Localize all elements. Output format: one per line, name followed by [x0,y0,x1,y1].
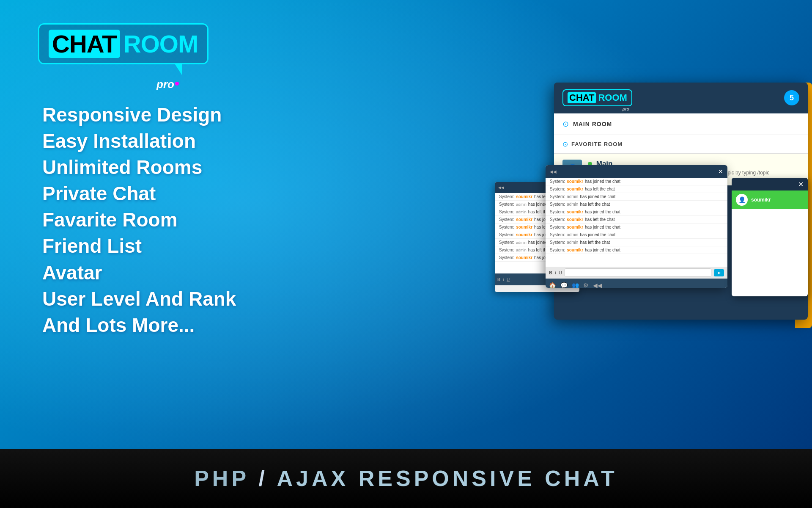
private-user-avatar: 👤 [736,194,748,206]
chat-header-room: ROOM [598,92,627,103]
small-chat-title: ◀◀ [550,169,557,174]
chat-msg-row: System: soumikr has joined the chat [546,246,727,254]
logo-box: CHAT ROOM [38,23,208,64]
chat-msg-row: System: admin has joined the chat [546,231,727,239]
chat-badge: 5 [784,90,799,105]
toolbar-format-b[interactable]: B [549,270,552,275]
bottom-back-icon[interactable]: ◀◀ [593,282,602,288]
favorite-room-label: FAVORITE ROOM [571,141,623,147]
feature-private-chat: Private Chat [42,180,236,207]
feature-lots-more: And Lots More... [42,312,236,338]
small-chat-toolbar: B I U ➤ [546,267,727,279]
feature-unlimited-rooms: Unlimited Rooms [42,154,236,180]
logo-pro-dot [175,82,179,86]
feature-responsive: Responsive Design [42,102,236,128]
small-chat-bottom-bar: 🏠 💬 👥 ⚙ ◀◀ [546,279,727,288]
msg-text: has joined the chat [585,179,620,184]
logo-room-text: ROOM [123,30,198,58]
fav-arrow-icon: ⊙ [562,140,568,148]
chat-header: CHAT ROOM pro 5 [554,83,808,113]
toolbar-format-i[interactable]: I [555,270,556,275]
main-room-item[interactable]: ⊙ MAIN ROOM [554,113,808,135]
private-user-row: 👤 soumikr [732,190,808,209]
feature-user-level: User Level And Rank [42,286,236,312]
bottom-home-icon[interactable]: 🏠 [549,282,556,288]
bottom-settings-icon[interactable]: ⚙ [583,282,589,288]
logo-speech-tail [174,63,182,75]
feature-favorite-room: Favarite Room [42,207,236,233]
bottom-ajax-text: AJAX RESPONSIVE CHAT [277,466,618,491]
private-chat-header: ✕ [732,178,808,190]
chat-msg-row: System: admin has joined the chat [546,193,727,201]
chat-msg-row: System: soumikr has left the chat [546,216,727,224]
msg-user: soumikr [567,179,583,184]
chat-send-button[interactable]: ➤ [714,269,724,276]
main-room-arrow: ⊙ [562,119,569,129]
private-chat-panel: ✕ 👤 soumikr [732,178,808,296]
bottom-php-text: PHP [194,466,249,491]
tiny-format-b[interactable]: B [497,277,500,282]
msg-system: System: [550,179,565,184]
chat-msg-row: System: admin has left the chat [546,201,727,208]
small-chat-body: System: soumikr has joined the chat Syst… [546,178,727,267]
chat-msg-row: System: soumikr has left the chat [546,185,727,193]
feature-avatar: Avatar [42,260,236,286]
chat-msg-row: System: admin has left the chat [546,239,727,246]
chat-header-chat: CHAT [568,92,596,103]
small-chat-overlay: ◀◀ ✕ System: soumikr has joined the chat… [546,165,727,288]
bottom-users-icon[interactable]: 👥 [572,282,579,288]
logo-container: CHAT ROOM pro [38,23,208,91]
feature-easy-install: Easy Installation [42,128,236,154]
private-close-icon[interactable]: ✕ [798,180,804,188]
small-chat-close-icon[interactable]: ✕ [718,168,723,175]
logo-chat-text: CHAT [49,30,120,58]
tiny-format-i[interactable]: I [503,277,504,282]
small-chat-header: ◀◀ ✕ [546,165,727,178]
bottom-bar-text: PHP / AJAX RESPONSIVE CHAT [194,466,618,491]
tiny-chat-header-label: ◀◀ [498,185,504,190]
chat-message-input[interactable] [565,268,711,277]
chat-msg-row: System: soumikr has joined the chat [546,178,727,185]
feature-friend-list: Friend List [42,233,236,259]
private-chat-body [732,209,808,296]
chat-logo-small: CHAT ROOM pro [562,89,632,106]
features-list: Responsive Design Easy Installation Unli… [42,102,236,338]
logo-pro-label: pro [156,78,208,91]
chat-msg-row: System: soumikr has joined the chat [546,224,727,231]
bottom-chat-icon[interactable]: 💬 [560,282,568,288]
tiny-format-u[interactable]: U [507,277,510,282]
main-room-name: MAIN ROOM [573,121,612,127]
toolbar-format-u[interactable]: U [559,270,562,275]
logo-pro-text: pro [156,78,174,91]
chat-msg-row: System: soumikr has joined the chat [546,208,727,216]
bottom-bar: PHP / AJAX RESPONSIVE CHAT [0,449,812,508]
favorite-header: ⊙ FAVORITE ROOM [554,135,808,154]
private-username-label: soumikr [751,197,771,203]
chat-header-pro: pro [623,106,629,111]
